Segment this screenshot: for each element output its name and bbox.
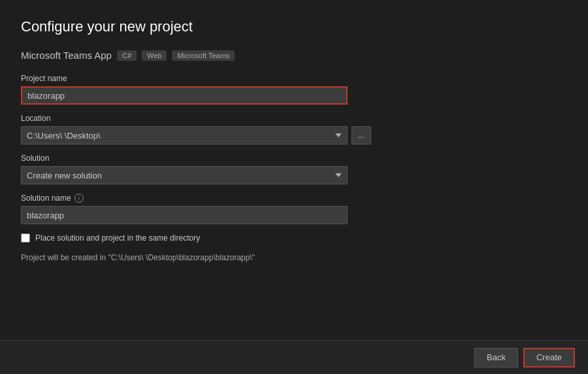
back-button[interactable]: Back [474, 348, 518, 367]
checkbox-row: Place solution and project in the same d… [21, 233, 567, 243]
tag-web: Web [142, 50, 167, 61]
location-row: C:\Users\ \Desktop\ ... [21, 126, 567, 144]
page-title: Configure your new project [21, 18, 567, 35]
solution-select[interactable]: Create new solution [21, 166, 348, 184]
solution-name-label: Solution name i [21, 194, 567, 203]
browse-button[interactable]: ... [351, 126, 371, 144]
project-name-group: Project name [21, 74, 567, 105]
project-type-row: Microsoft Teams App C# Web Microsoft Tea… [21, 50, 567, 61]
project-name-label: Project name [21, 74, 567, 83]
solution-name-input[interactable] [21, 206, 348, 224]
same-directory-checkbox[interactable] [21, 233, 30, 243]
info-icon[interactable]: i [74, 194, 84, 203]
tag-csharp: C# [117, 50, 137, 61]
create-button[interactable]: Create [523, 348, 575, 367]
project-name-input[interactable] [21, 86, 348, 105]
solution-label: Solution [21, 154, 567, 163]
solution-name-group: Solution name i [21, 194, 567, 224]
main-container: Configure your new project Microsoft Tea… [0, 0, 588, 340]
tag-teams: Microsoft Teams [172, 50, 235, 61]
location-select[interactable]: C:\Users\ \Desktop\ [21, 126, 348, 144]
location-label: Location [21, 114, 567, 123]
project-path-text: Project will be created in "C:\Users\ \D… [21, 253, 567, 262]
form-section: Project name Location C:\Users\ \Desktop… [21, 74, 567, 262]
location-group: Location C:\Users\ \Desktop\ ... [21, 114, 567, 144]
footer: Back Create [0, 340, 588, 374]
project-type-name: Microsoft Teams App [21, 50, 112, 61]
checkbox-label: Place solution and project in the same d… [35, 233, 200, 243]
solution-group: Solution Create new solution [21, 154, 567, 184]
